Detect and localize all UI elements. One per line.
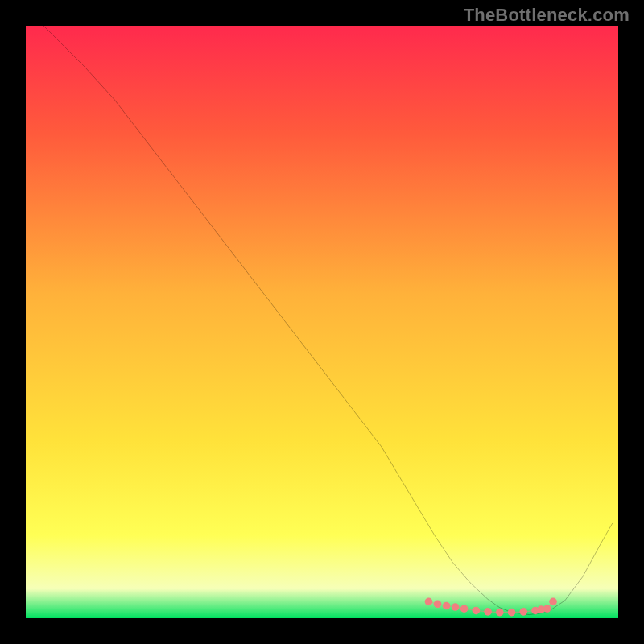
chart-svg (26, 26, 618, 618)
bottleneck-marker-dot (496, 609, 504, 617)
bottleneck-marker-dot (452, 603, 460, 611)
bottleneck-marker-dot (549, 598, 557, 606)
bottleneck-marker-dot (473, 607, 481, 615)
bottleneck-marker-dot (443, 602, 451, 610)
gradient-background (26, 26, 618, 618)
chart-frame: TheBottleneck.com (0, 0, 644, 644)
bottleneck-marker-dot (508, 609, 516, 617)
bottleneck-marker-dot (460, 605, 469, 613)
bottleneck-marker-dot (425, 598, 433, 606)
bottleneck-marker-dot (484, 608, 492, 616)
bottleneck-marker-dot (434, 601, 442, 609)
plot-area (26, 26, 618, 618)
bottleneck-marker-dot (543, 605, 551, 613)
bottleneck-marker-dot (519, 608, 527, 616)
watermark-label: TheBottleneck.com (464, 5, 630, 26)
